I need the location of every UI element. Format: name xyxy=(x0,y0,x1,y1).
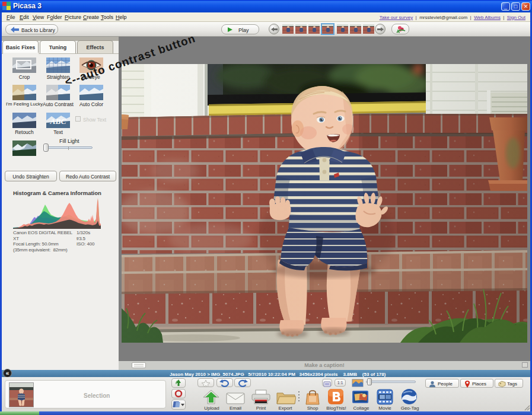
svg-text:ABC: ABC xyxy=(49,117,66,126)
